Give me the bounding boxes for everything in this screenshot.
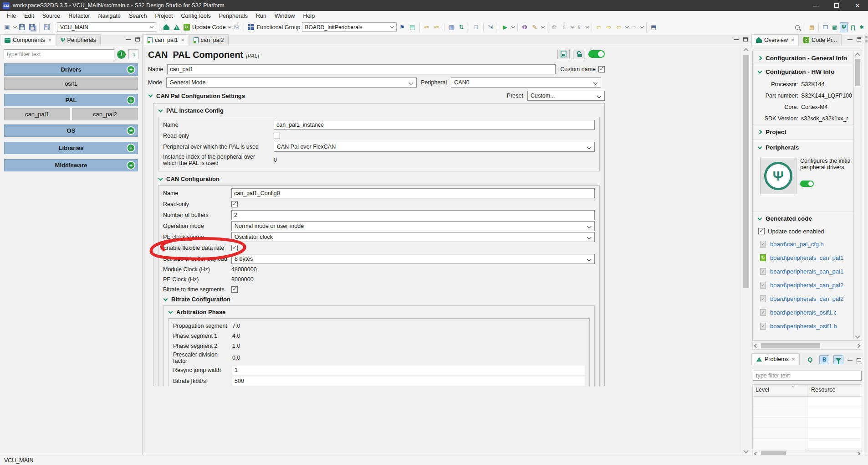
previous-annotation-button[interactable]: ⇦: [595, 23, 603, 31]
menu-source[interactable]: Source: [38, 12, 65, 20]
can-config-collapse-icon[interactable]: [158, 176, 163, 181]
new-wizard-button[interactable]: ▣: [3, 23, 11, 31]
pal-instance-name-input[interactable]: [274, 120, 595, 130]
filter-errors-button[interactable]: B: [819, 355, 829, 364]
maximize-view-icon[interactable]: [135, 37, 140, 41]
registers-view-button[interactable]: ▤: [408, 23, 417, 31]
project-expand-icon[interactable]: [758, 130, 762, 134]
generated-file-link[interactable]: board\peripherals_can_pal1: [770, 268, 843, 275]
quickfix-bulb-button[interactable]: [805, 355, 815, 364]
collapsed-panel-strip[interactable]: [864, 34, 868, 455]
section-collapse-icon[interactable]: [148, 93, 153, 98]
tab-components[interactable]: Components ×: [0, 34, 56, 46]
functional-group-combo[interactable]: BOARD_InitPeripherals: [302, 22, 397, 32]
scroll-up-icon[interactable]: [855, 52, 860, 57]
components-filter-input[interactable]: [4, 49, 114, 59]
overview-vertical-scrollbar[interactable]: [853, 52, 861, 340]
section-project[interactable]: Project: [753, 124, 862, 140]
editor-vertical-scrollbar[interactable]: [742, 46, 750, 455]
maximize-editor-icon[interactable]: [743, 37, 748, 41]
component-button[interactable]: ▦: [447, 23, 456, 31]
group-pal[interactable]: PAL +: [4, 94, 138, 106]
hw-info-collapse-icon[interactable]: [758, 69, 762, 73]
menu-refactor[interactable]: Refactor: [64, 12, 94, 20]
generated-file-link[interactable]: board\can_pal_cfg.h: [770, 241, 824, 248]
menu-run[interactable]: Run: [252, 12, 271, 20]
pin-tool-button[interactable]: ✑: [423, 23, 431, 31]
tab-can-pal2[interactable]: can_pal2: [189, 34, 229, 46]
add-driver-icon[interactable]: +: [127, 65, 135, 74]
last-edit-location-button[interactable]: ⬒: [649, 23, 658, 31]
maximize-overview-icon[interactable]: [857, 37, 861, 41]
add-pal-icon[interactable]: +: [127, 96, 135, 104]
update-code-dropdown-icon[interactable]: [227, 25, 231, 28]
back-button[interactable]: ⇦: [615, 23, 623, 31]
bitrate-input[interactable]: 500: [232, 377, 585, 386]
menu-configtools[interactable]: ConfigTools: [177, 12, 214, 20]
tab-can-pal1-close-icon[interactable]: ×: [181, 37, 184, 43]
peripherals-enabled-toggle[interactable]: [800, 181, 814, 187]
menu-file[interactable]: File: [3, 12, 20, 20]
menu-edit[interactable]: Edit: [20, 12, 38, 20]
peripheral-over-select[interactable]: CAN Pal over FlexCAN: [274, 142, 595, 152]
custom-name-checkbox[interactable]: [598, 66, 605, 72]
profile-button[interactable]: ❂: [521, 23, 529, 31]
console-button[interactable]: ⌸: [472, 23, 480, 31]
project-combo[interactable]: VCU_MAIN: [57, 22, 156, 32]
lock-config-button[interactable]: [573, 50, 585, 59]
payload-select[interactable]: 8 bytes: [231, 254, 595, 264]
general-info-expand-icon[interactable]: [758, 56, 762, 60]
component-osif1[interactable]: osif1: [4, 78, 138, 90]
flexible-data-rate-checkbox[interactable]: [231, 245, 238, 251]
can-config-name-input[interactable]: [231, 188, 595, 198]
forward-button[interactable]: ⇨: [630, 23, 638, 31]
restore-view-icon[interactable]: [865, 36, 868, 38]
column-level[interactable]: Level: [753, 385, 807, 396]
restore-view-icon[interactable]: [865, 40, 868, 42]
external-tools-button[interactable]: ⇲: [486, 23, 495, 31]
flag-button[interactable]: ⚑: [398, 23, 407, 31]
export-dropdown-icon[interactable]: [585, 25, 589, 28]
menu-navigate[interactable]: Navigate: [94, 12, 125, 20]
section-peripherals[interactable]: Peripherals: [753, 140, 862, 155]
import-dropdown-icon[interactable]: [570, 25, 574, 28]
save-button[interactable]: [18, 23, 26, 31]
group-os[interactable]: OS +: [4, 124, 138, 137]
section-general-info[interactable]: Configuration - General Info: [753, 51, 862, 65]
add-component-button[interactable]: +: [117, 50, 126, 59]
overview-horizontal-scrollbar[interactable]: [752, 342, 862, 350]
menu-project[interactable]: Project: [151, 12, 177, 20]
minimize-problems-icon[interactable]: [848, 359, 853, 361]
group-middleware[interactable]: Middleware +: [4, 159, 138, 171]
component-name-input[interactable]: [167, 64, 556, 74]
add-os-icon[interactable]: +: [127, 126, 135, 135]
maximize-problems-icon[interactable]: [857, 358, 861, 362]
scroll-up-icon[interactable]: [743, 48, 748, 53]
annotate-button[interactable]: ✎: [531, 23, 539, 31]
can-readonly-checkbox[interactable]: [231, 201, 238, 207]
chip-perspective-button[interactable]: ▩: [831, 22, 838, 32]
problems-filter-input[interactable]: [753, 371, 862, 381]
column-resource[interactable]: Resource: [807, 385, 862, 396]
update-code-button[interactable]: Update Code: [192, 24, 226, 31]
peclock-select[interactable]: Oscillator clock: [231, 232, 595, 242]
section-hw-info[interactable]: Configuration - HW Info: [753, 65, 862, 78]
close-button[interactable]: ✕: [847, 0, 868, 11]
maximize-button[interactable]: [826, 0, 847, 11]
scroll-down-icon[interactable]: [743, 448, 748, 453]
save-all-button[interactable]: [28, 23, 36, 31]
overview-scroll-thumb[interactable]: [855, 59, 860, 86]
tab-code-preview[interactable]: c Code Pr...: [799, 34, 842, 46]
export-button[interactable]: ⇪: [575, 23, 584, 31]
mark-occurrences-button[interactable]: ⟰: [550, 23, 559, 31]
group-drivers[interactable]: Drivers +: [4, 63, 138, 76]
update-warning-icon[interactable]: !: [172, 23, 181, 31]
menu-peripherals[interactable]: Peripherals: [215, 12, 252, 20]
tab-peripherals[interactable]: Ψ Peripherals: [56, 34, 101, 46]
add-middleware-icon[interactable]: +: [127, 161, 135, 170]
open-perspective-button[interactable]: ▦: [808, 22, 816, 32]
component-enabled-toggle[interactable]: [588, 50, 605, 58]
debug-perspective-button[interactable]: ✱: [858, 22, 865, 32]
scroll-left-icon[interactable]: [754, 344, 759, 348]
group-libraries[interactable]: Libraries +: [4, 142, 138, 154]
